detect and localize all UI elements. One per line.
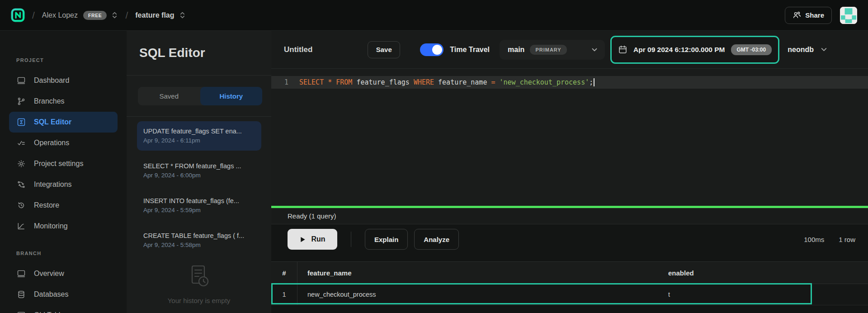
analyze-button[interactable]: Analyze	[414, 229, 459, 250]
plan-badge: FREE	[83, 11, 107, 20]
gear-icon	[17, 159, 26, 168]
time-travel-datetime-picker[interactable]: Apr 09 2024 6:12:00.000 PM GMT -03:00	[610, 36, 779, 64]
sidebar-item-restore[interactable]: Restore	[9, 195, 118, 216]
chevron-down-icon	[820, 45, 828, 54]
code-token	[324, 78, 328, 86]
sidebar-item-label: Overview	[34, 270, 64, 278]
code-active-line[interactable]: 1 SELECT * FROM feature_flags WHERE feat…	[271, 76, 868, 89]
time-travel-label: Time Travel	[450, 46, 490, 54]
empty-history-label: Your history is empty	[127, 297, 271, 311]
monitoring-icon	[17, 222, 26, 231]
history-timestamp: Apr 9, 2024 - 5:59pm	[143, 205, 255, 215]
code-token	[495, 78, 500, 86]
sidebar-item-monitoring[interactable]: Monitoring	[9, 216, 118, 237]
tables-icon	[17, 311, 26, 313]
results-header-row: # feature_name enabled	[271, 261, 868, 284]
account-switcher-icon[interactable]	[111, 11, 118, 19]
empty-history-icon	[186, 264, 212, 295]
sidebar-item-dashboard[interactable]: Dashboard	[9, 70, 118, 91]
breadcrumb-project[interactable]: feature flag	[135, 11, 174, 19]
tab-history[interactable]: History	[200, 87, 263, 105]
sidebar-item-label: Databases	[34, 290, 69, 299]
history-timestamp: Apr 9, 2024 - 6:11pm	[143, 136, 255, 145]
history-query: UPDATE feature_flags SET ena...	[143, 127, 255, 136]
history-item[interactable]: CREATE TABLE feature_flags ( f... Apr 9,…	[137, 226, 261, 255]
branch-select[interactable]: main PRIMARY	[500, 40, 605, 60]
history-query: CREATE TABLE feature_flags ( f...	[143, 231, 255, 240]
sidebar-item-label: SQL Editor	[34, 118, 71, 126]
tab-saved[interactable]: Saved	[138, 87, 200, 105]
sidebar-item-integrations[interactable]: Integrations	[9, 174, 118, 195]
sidebar-item-label: Restore	[34, 201, 59, 209]
restore-icon	[17, 201, 26, 210]
results-table: # feature_name enabled 1 new_checkout_pr…	[271, 254, 868, 313]
timezone-badge: GMT -03:00	[731, 44, 772, 55]
project-switcher-icon[interactable]	[179, 11, 186, 19]
sidebar-item-label: Monitoring	[34, 222, 68, 230]
query-duration: 100ms	[804, 236, 824, 243]
branches-icon	[17, 97, 26, 106]
section-label-branch: BRANCH	[16, 251, 127, 258]
neon-console: / Alex Lopez FREE / feature flag	[0, 0, 868, 313]
database-name: neondb	[788, 46, 814, 54]
primary-badge: PRIMARY	[530, 45, 566, 55]
code-token: =	[491, 78, 495, 86]
explain-button[interactable]: Explain	[365, 229, 408, 250]
sidebar-item-label: Operations	[34, 139, 69, 147]
share-button[interactable]: Share	[785, 7, 832, 24]
sidebar-item-sql-editor[interactable]: SQL Editor	[9, 112, 118, 133]
saved-history-tabs: Saved History	[138, 87, 262, 105]
sidebar-item-label: Old Tables	[34, 311, 68, 313]
history-query: INSERT INTO feature_flags (fe...	[143, 196, 255, 205]
calendar-icon	[618, 45, 627, 54]
integrations-icon	[17, 180, 26, 189]
share-label: Share	[805, 11, 824, 19]
history-timestamp: Apr 9, 2024 - 5:58pm	[143, 240, 255, 250]
run-button[interactable]: Run	[288, 229, 337, 250]
play-icon	[299, 236, 306, 243]
breadcrumb-account[interactable]: Alex Lopez	[42, 11, 78, 19]
text-cursor	[594, 78, 594, 86]
databases-icon	[17, 290, 26, 299]
sidebar-item-branches[interactable]: Branches	[9, 91, 118, 112]
history-list: UPDATE feature_flags SET ena... Apr 9, 2…	[127, 117, 271, 255]
neon-logo-icon[interactable]	[11, 8, 25, 22]
sidebar-item-operations[interactable]: Operations	[9, 133, 118, 153]
query-meta: 100ms 1 row	[804, 236, 855, 243]
history-empty-state: Your history is empty	[127, 264, 271, 311]
database-select[interactable]: neondb	[788, 45, 828, 54]
history-item[interactable]: UPDATE feature_flags SET ena... Apr 9, 2…	[137, 121, 261, 151]
sidebar-item-overview[interactable]: Overview	[9, 263, 118, 284]
tabs-wrap: Saved History	[127, 76, 271, 117]
sidebar-item-project-settings[interactable]: Project settings	[9, 153, 118, 174]
sidebar-item-label: Branches	[34, 97, 65, 105]
code-line: SELECT * FROM feature_flags WHERE featur…	[299, 78, 594, 87]
status-bar: Ready (1 query)	[271, 208, 868, 224]
toggle-knob	[432, 45, 442, 55]
sidebar-item-databases[interactable]: Databases	[9, 284, 118, 305]
save-button[interactable]: Save	[368, 41, 400, 58]
divider	[351, 232, 351, 247]
code-token: FROM	[336, 78, 352, 86]
table-row: 1 new_checkout_process t	[271, 284, 868, 305]
cell-index: 1	[271, 284, 297, 305]
history-item[interactable]: SELECT * FROM feature_flags ... Apr 9, 2…	[137, 156, 261, 185]
code-token: SELECT	[299, 78, 324, 86]
history-item[interactable]: INSERT INTO feature_flags (fe... Apr 9, …	[137, 191, 261, 220]
sidebar-item-label: Project settings	[34, 160, 83, 168]
branch-name: main	[508, 46, 524, 54]
history-timestamp: Apr 9, 2024 - 6:00pm	[143, 171, 255, 180]
time-travel-toggle[interactable]	[420, 43, 443, 56]
avatar[interactable]	[840, 7, 857, 24]
code-token: feature_name	[434, 78, 491, 86]
actions-bar: Run Explain Analyze 100ms 1 row	[271, 224, 868, 254]
cell-enabled: t	[668, 291, 868, 298]
top-bar: / Alex Lopez FREE / feature flag	[0, 0, 868, 31]
sql-code-editor[interactable]: 1 SELECT * FROM feature_flags WHERE feat…	[271, 69, 868, 206]
status-text: Ready (1 query)	[288, 212, 336, 220]
people-icon	[793, 11, 801, 19]
dashboard-icon	[17, 76, 26, 85]
cell-feature-name: new_checkout_process	[297, 291, 668, 298]
sidebar-item-old-tables[interactable]: Old Tables	[9, 305, 118, 313]
query-title: Untitled	[284, 45, 312, 54]
